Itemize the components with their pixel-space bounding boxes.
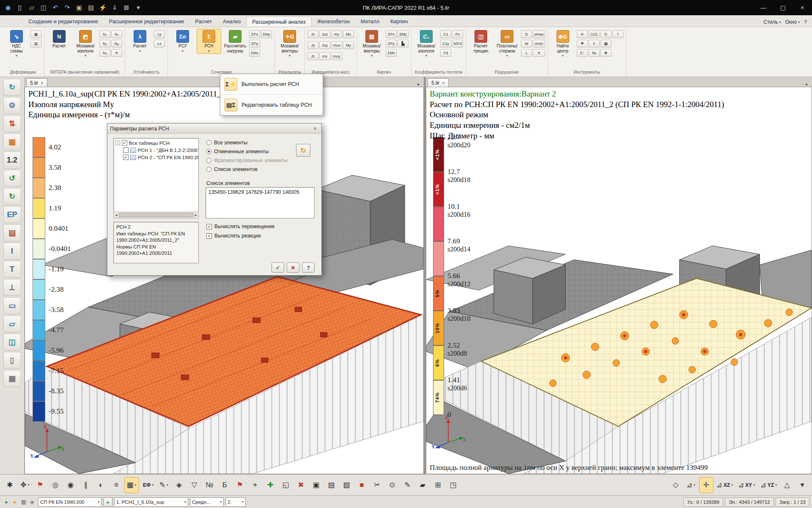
ribbon-small-icon[interactable]: (12) bbox=[589, 30, 600, 38]
bricks[interactable]: ▤ bbox=[3, 224, 21, 241]
ribbon-small-icon[interactable]: W bbox=[521, 40, 532, 47]
up-arrow-button[interactable]: ▲ bbox=[103, 497, 112, 507]
view-xz[interactable]: ⊿ XZ ▾ bbox=[714, 477, 735, 493]
radio-option[interactable]: Список элементов bbox=[206, 166, 288, 172]
ribbon-small-icon[interactable]: Jux bbox=[319, 30, 330, 38]
checkbox-icon[interactable] bbox=[123, 155, 129, 160]
ribbon-small-icon[interactable]: mux bbox=[331, 41, 342, 49]
ribbon-tab[interactable]: Анализ bbox=[217, 17, 246, 27]
ribbon-small-icon[interactable]: ‼ bbox=[589, 40, 600, 47]
ribbon-small-icon[interactable]: C1y bbox=[440, 40, 451, 47]
dialog-close-button[interactable]: × bbox=[311, 125, 319, 132]
zoom-tool[interactable]: ⊙ ▾ bbox=[385, 477, 399, 493]
new-document[interactable]: ▯ bbox=[14, 2, 25, 13]
norm-table-combo[interactable]: СП РК EN 1990:200 ▾ bbox=[38, 497, 102, 507]
litera-mosaic-button[interactable]: ◩ Мозаика/ изополя ▾ bbox=[73, 29, 98, 58]
rsu-button[interactable]: Σσ РСУ ▾ bbox=[170, 29, 195, 54]
ribbon-small-icon[interactable]: Σ↑ bbox=[577, 49, 588, 57]
slab-rect[interactable]: ▭ bbox=[3, 297, 21, 314]
menu-run-rsn-calculation[interactable]: Σ⚡ Выполнить расчет РСН bbox=[220, 74, 323, 94]
ribbon-small-icon[interactable]: Jx bbox=[307, 30, 318, 38]
draw-line[interactable]: ✎ ▾ bbox=[156, 477, 171, 493]
help-button[interactable]: ? bbox=[302, 262, 315, 273]
status-icon[interactable]: ◈ bbox=[28, 498, 36, 506]
ribbon-small-icon[interactable]: ? bbox=[612, 30, 623, 38]
calc-load-button[interactable]: ▰ Рассчитать нагрузку ▾ bbox=[223, 29, 247, 58]
tree-horizontal-scrollbar[interactable]: ◄ ► bbox=[113, 212, 199, 218]
half-plate[interactable]: ◱ ▾ bbox=[278, 477, 293, 493]
ribbon-small-icon[interactable]: ▦ bbox=[30, 30, 41, 38]
number-combo[interactable]: 2. ▾ bbox=[225, 497, 246, 507]
cancel-button[interactable]: ✕ bbox=[287, 262, 299, 273]
window-menu[interactable]: Окно ▾ bbox=[785, 19, 800, 25]
rsn-tables-tree[interactable]: − Все таблицы РСН РСН 1 - "ДБН В.1.2-2:2… bbox=[113, 138, 199, 218]
view-isometric[interactable]: ◇ ▾ bbox=[669, 477, 683, 493]
red-flag[interactable]: ⚑ ▾ bbox=[233, 477, 247, 493]
red-box[interactable]: ■ ▾ bbox=[354, 477, 369, 493]
ribbon-small-icon[interactable]: ΣPx bbox=[249, 30, 260, 38]
add-green[interactable]: ✚ ▾ bbox=[263, 477, 277, 493]
ribbon-small-icon[interactable]: ΣPy bbox=[249, 40, 260, 47]
checkbox-icon[interactable] bbox=[122, 140, 127, 146]
status-icon[interactable]: ▸ bbox=[11, 498, 19, 506]
node-circle[interactable]: ◎ ▾ bbox=[48, 477, 63, 493]
ribbon-tab[interactable]: Расчет bbox=[189, 17, 217, 27]
pencil-tool[interactable]: ✎ ▾ bbox=[400, 477, 414, 493]
ribbon-small-icon[interactable]: ↻ bbox=[601, 30, 612, 38]
measure-target[interactable]: ⌖ ▾ bbox=[248, 477, 262, 493]
ribbon-tab[interactable]: Создание и редактирование bbox=[23, 17, 104, 27]
tab-list-button[interactable]: ▾ bbox=[414, 82, 422, 87]
ribbon-tab[interactable]: Металл bbox=[355, 17, 385, 27]
ribbon-small-icon[interactable]: ▦ bbox=[601, 40, 612, 47]
layers[interactable]: ≡ ▾ bbox=[109, 477, 123, 493]
decimal-precision[interactable]: 1.2 bbox=[3, 152, 21, 168]
pane-splitter[interactable] bbox=[424, 77, 426, 474]
grid-toggle[interactable]: ▦ ▾ bbox=[124, 477, 139, 493]
scroll-left-icon[interactable]: ◄ bbox=[115, 213, 118, 217]
ribbon-small-icon[interactable]: ✚ bbox=[601, 49, 612, 57]
delete-red[interactable]: ✖ ▾ bbox=[294, 477, 308, 493]
scroll-right-icon[interactable]: ► bbox=[194, 213, 198, 217]
close-icon[interactable]: × bbox=[442, 80, 444, 86]
spiral-cw[interactable]: ↻ bbox=[3, 188, 21, 205]
run-calculation[interactable]: ⚡ bbox=[97, 2, 108, 13]
ribbon-small-icon[interactable]: ΣMx bbox=[386, 49, 397, 57]
element-list-input[interactable]: 135450-139629 147629-147790 148305 bbox=[206, 187, 315, 218]
download-results[interactable]: ⇓ bbox=[109, 2, 120, 13]
ribbon-small-icon[interactable]: ✕ bbox=[533, 49, 545, 57]
ribbon-small-icon[interactable]: N₂ bbox=[99, 40, 110, 47]
contrast[interactable]: ◐ ▾ bbox=[94, 477, 108, 493]
ribbon-small-icon[interactable]: D bbox=[521, 30, 532, 38]
dialog-titlebar[interactable]: Параметры расчета РСН × bbox=[107, 124, 321, 134]
cut-scissors[interactable]: ✂ ▾ bbox=[370, 477, 384, 493]
ribbon-small-icon[interactable]: ▙ bbox=[398, 40, 409, 47]
minimize-button[interactable]: — bbox=[754, 0, 773, 15]
ribbon-small-icon[interactable]: Pz bbox=[452, 30, 463, 38]
checkbox-icon[interactable] bbox=[123, 147, 129, 153]
plate[interactable]: ▯ bbox=[3, 352, 21, 369]
view-yz[interactable]: ⊿ YZ ▾ bbox=[758, 477, 779, 493]
tree-item-rsn2[interactable]: РСН 2 - "СП РК EN 1990:200 bbox=[114, 154, 198, 161]
checkbox-option[interactable]: Вычислять перемещения bbox=[206, 224, 274, 229]
ribbon-tab[interactable]: Расширенное редактирование bbox=[104, 17, 190, 27]
ribbon-small-icon[interactable]: C1 bbox=[440, 30, 451, 38]
ribbon-small-icon[interactable]: mx bbox=[319, 52, 330, 60]
ribbon-small-icon[interactable]: Nₛ bbox=[111, 30, 122, 38]
filter-funnel[interactable]: ▽ ▾ bbox=[187, 477, 201, 493]
column-section[interactable]: ⊥ bbox=[3, 279, 21, 296]
save[interactable]: ◫ bbox=[38, 2, 49, 13]
ribbon-small-icon[interactable]: ΣPy bbox=[386, 40, 397, 47]
tree-expander-icon[interactable]: − bbox=[115, 141, 120, 145]
ribbon-small-icon[interactable]: N₁ bbox=[99, 30, 110, 38]
ruler[interactable]: △ ▾ bbox=[780, 477, 794, 493]
ribbon-small-icon[interactable]: Juy bbox=[319, 41, 330, 49]
results-mosaic-button[interactable]: ✛G Мозаика/ векторы ▾ bbox=[277, 29, 302, 58]
style-menu[interactable]: Стиль ▾ bbox=[763, 19, 781, 25]
t-beam-section[interactable]: Т bbox=[3, 261, 21, 278]
ribbon-small-icon[interactable]: L bbox=[521, 49, 532, 57]
ef-mode[interactable]: ЕФ ▾ bbox=[140, 477, 156, 493]
node-flags[interactable]: ⚑ ▾ bbox=[33, 477, 47, 493]
show-numbers[interactable]: № ▾ bbox=[202, 477, 217, 493]
ribbon-small-icon[interactable]: σmin bbox=[533, 40, 545, 47]
node-dot[interactable]: ◉ ▾ bbox=[63, 477, 78, 493]
